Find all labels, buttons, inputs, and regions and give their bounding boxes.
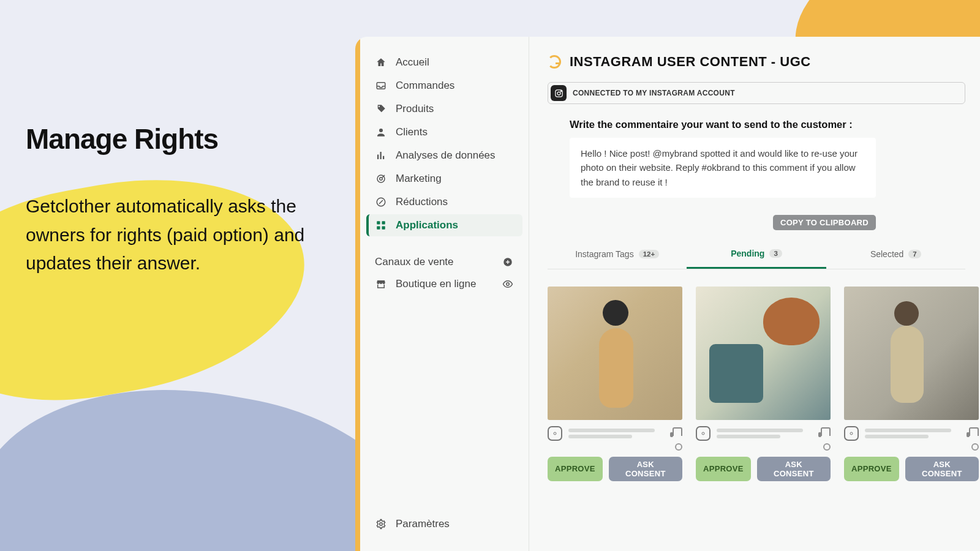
target-icon — [375, 173, 387, 185]
sidebar-item-analyses[interactable]: Analyses de données — [366, 144, 522, 167]
inbox-icon — [375, 80, 387, 92]
tab-count-badge: 7 — [908, 250, 921, 258]
tab-pending[interactable]: Pending 3 — [687, 241, 826, 269]
sidebar-item-settings[interactable]: Paramètres — [366, 511, 522, 542]
tab-selected[interactable]: Selected 7 — [826, 241, 965, 269]
sidebar-item-clients[interactable]: Clients — [366, 121, 522, 143]
tab-count-badge: 12+ — [639, 250, 660, 258]
sidebar-item-accueil[interactable]: Accueil — [366, 51, 522, 73]
sidebar-item-reductions[interactable]: Réductions — [366, 191, 522, 213]
hero-description: Getclother automatically asks the owners… — [26, 192, 314, 278]
svg-point-16 — [557, 92, 560, 95]
approve-button[interactable]: APPROVE — [696, 457, 751, 481]
sidebar-item-produits[interactable]: Produits — [366, 98, 522, 120]
sidebar-item-label: Boutique en ligne — [396, 278, 476, 290]
svg-point-19 — [702, 432, 704, 435]
sidebar-item-marketing[interactable]: Marketing — [366, 168, 522, 190]
sidebar-item-applications[interactable]: Applications — [366, 214, 522, 236]
store-icon — [375, 278, 387, 290]
thumbs-up-icon[interactable] — [821, 427, 831, 436]
svg-rect-8 — [377, 221, 380, 224]
sidebar-item-label: Applications — [396, 219, 458, 231]
svg-point-17 — [560, 91, 561, 91]
ugc-meta-placeholder — [568, 429, 666, 438]
ugc-meta-placeholder — [717, 429, 815, 438]
sales-channels-label: Canaux de vente — [375, 256, 454, 268]
svg-point-20 — [850, 432, 853, 435]
sidebar-item-label: Accueil — [396, 56, 429, 69]
tag-icon — [375, 103, 387, 115]
ugc-card: APPROVE ASK CONSENT — [548, 287, 682, 481]
svg-rect-9 — [382, 221, 385, 224]
tab-instagram-tags[interactable]: Instagram Tags 12+ — [548, 241, 687, 269]
svg-point-6 — [380, 178, 383, 181]
sidebar-item-label: Commandes — [396, 80, 454, 92]
clock-icon — [823, 443, 831, 451]
ask-consent-button[interactable]: ASK CONSENT — [757, 457, 831, 481]
accent-strip — [355, 37, 360, 551]
thumbs-up-icon[interactable] — [969, 427, 979, 436]
instagram-connected-chip[interactable]: CONNECTED TO MY INSTAGRAM ACCOUNT — [548, 82, 965, 104]
brand-logo-icon — [548, 55, 561, 69]
svg-point-18 — [554, 432, 556, 435]
svg-rect-10 — [377, 227, 380, 230]
ugc-thumbnail[interactable] — [696, 287, 831, 420]
home-icon — [375, 56, 387, 69]
apps-icon — [375, 219, 387, 231]
user-icon — [375, 126, 387, 138]
sidebar-item-label: Analyses de données — [396, 149, 496, 162]
ugc-thumbnail[interactable] — [548, 287, 682, 420]
svg-rect-2 — [377, 155, 379, 160]
sidebar-item-label: Clients — [396, 126, 428, 138]
tab-count-badge: 3 — [769, 249, 782, 258]
sidebar-item-boutique[interactable]: Boutique en ligne — [366, 273, 522, 295]
chart-icon — [375, 149, 387, 162]
app-window: Accueil Commandes Produits Clients Analy… — [355, 37, 980, 551]
connected-label: CONNECTED TO MY INSTAGRAM ACCOUNT — [573, 89, 735, 97]
sidebar: Accueil Commandes Produits Clients Analy… — [360, 37, 529, 551]
thumbs-up-icon[interactable] — [673, 427, 682, 436]
svg-rect-3 — [380, 152, 382, 159]
copy-to-clipboard-button[interactable]: COPY TO CLIPBOARD — [773, 215, 876, 230]
sidebar-item-label: Produits — [396, 103, 434, 115]
approve-button[interactable]: APPROVE — [548, 457, 603, 481]
comment-textarea[interactable]: Hello ! Nice post! @mybrand spotted it a… — [570, 138, 876, 198]
svg-rect-4 — [383, 156, 384, 159]
gear-icon — [375, 518, 387, 530]
instagram-icon — [551, 85, 567, 101]
plus-circle-icon[interactable] — [502, 256, 514, 268]
ask-consent-button[interactable]: ASK CONSENT — [905, 457, 979, 481]
instagram-icon — [548, 426, 562, 441]
sidebar-item-label: Marketing — [396, 173, 442, 185]
main-content: INSTAGRAM USER CONTENT - UGC CONNECTED T… — [529, 37, 980, 551]
content-tabs: Instagram Tags 12+ Pending 3 Selected 7 — [548, 241, 965, 269]
hero-title: Manage Rights — [26, 122, 314, 156]
svg-point-13 — [507, 283, 510, 286]
svg-point-1 — [379, 129, 383, 132]
sales-channels-header: Canaux de vente — [366, 251, 522, 273]
discount-icon — [375, 196, 387, 208]
sidebar-item-commandes[interactable]: Commandes — [366, 75, 522, 97]
sidebar-item-label: Réductions — [396, 196, 448, 208]
instagram-icon — [844, 426, 859, 441]
sidebar-item-label: Paramètres — [396, 518, 450, 530]
ugc-card: APPROVE ASK CONSENT — [696, 287, 831, 481]
ask-consent-button[interactable]: ASK CONSENT — [609, 457, 682, 481]
page-title: INSTAGRAM USER CONTENT - UGC — [570, 54, 811, 70]
ugc-meta-placeholder — [865, 429, 963, 438]
clock-icon — [971, 443, 979, 451]
ugc-card: APPROVE ASK CONSENT — [844, 287, 979, 481]
tab-label: Selected — [870, 249, 903, 259]
approve-button[interactable]: APPROVE — [844, 457, 899, 481]
clock-icon — [675, 443, 682, 451]
instagram-icon — [696, 426, 710, 441]
comment-prompt: Write the commentaire your want to send … — [570, 119, 965, 130]
ugc-thumbnail[interactable] — [844, 287, 979, 420]
eye-icon[interactable] — [502, 278, 514, 290]
svg-point-14 — [380, 523, 383, 526]
svg-rect-11 — [382, 227, 385, 230]
tab-label: Instagram Tags — [575, 249, 633, 259]
tab-label: Pending — [731, 249, 764, 258]
